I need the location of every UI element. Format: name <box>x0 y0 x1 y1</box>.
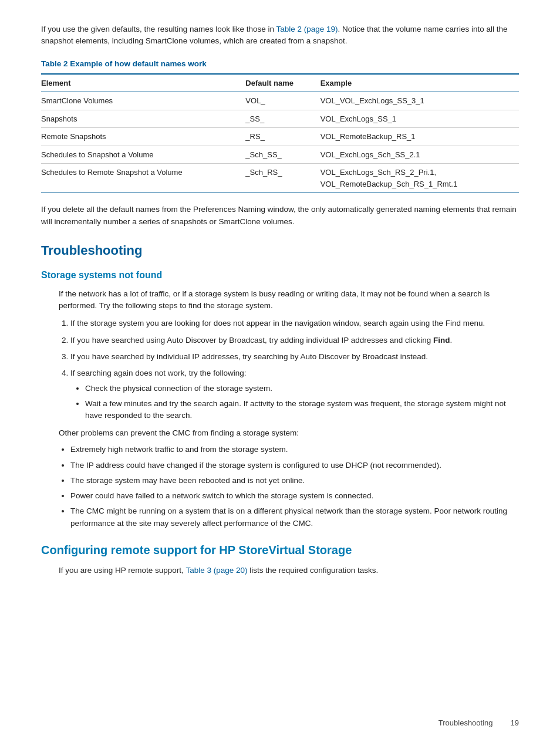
bullet-item: Extremely high network traffic to and fr… <box>70 444 519 455</box>
footer-page-number: 19 <box>511 717 519 729</box>
table-header-row: Element Default name Example <box>41 74 519 92</box>
intro-text-before: If you use the given defaults, the resul… <box>41 25 276 33</box>
remote-support-para: If you are using HP remote support, Tabl… <box>59 565 519 576</box>
nested-bullet-item: Check the physical connection of the sto… <box>85 383 519 394</box>
table-cell: SmartClone Volumes <box>41 92 245 110</box>
table-cell: _Sch_SS_ <box>245 146 320 164</box>
remote-support-text-before: If you are using HP remote support, <box>59 566 185 575</box>
nested-bullet-item: Wait a few minutes and try the search ag… <box>85 398 519 422</box>
table-cell: Snapshots <box>41 110 245 128</box>
page-footer: Troubleshooting 19 <box>438 717 519 729</box>
col-header-example: Example <box>321 74 519 92</box>
table-cell: VOL_ExchLogs_Sch_RS_2_Pri.1, VOL_RemoteB… <box>321 164 519 193</box>
table-cell: Schedules to Remote Snapshot a Volume <box>41 164 245 193</box>
table-cell: _Sch_RS_ <box>245 164 320 193</box>
table-body: SmartClone VolumesVOL_VOL_VOL_ExchLogs_S… <box>41 92 519 193</box>
table-row: Snapshots_SS_VOL_ExchLogs_SS_1 <box>41 110 519 128</box>
remote-support-content: If you are using HP remote support, Tabl… <box>59 565 519 576</box>
bullet-item: Power could have failed to a network swi… <box>70 490 519 502</box>
remote-support-text-after: lists the required configuration tasks. <box>247 566 378 575</box>
table-row: Schedules to Snapshot a Volume_Sch_SS_VO… <box>41 146 519 164</box>
troubleshooting-steps: If the storage system you are looking fo… <box>70 318 519 421</box>
footer-label: Troubleshooting <box>438 717 493 729</box>
bullet-item: The IP address could have changed if the… <box>70 460 519 471</box>
post-table-paragraph: If you delete all the default names from… <box>41 204 519 228</box>
table-row: Schedules to Remote Snapshot a Volume_Sc… <box>41 164 519 193</box>
other-problems-intro: Other problems can prevent the CMC from … <box>59 427 519 439</box>
step-4: If searching again does not work, try th… <box>70 367 519 421</box>
col-header-default-name: Default name <box>245 74 320 92</box>
remote-support-heading: Configuring remote support for HP StoreV… <box>41 541 519 559</box>
table-cell: _SS_ <box>245 110 320 128</box>
bullet-item: The CMC might be running on a system tha… <box>70 505 519 529</box>
step-1: If the storage system you are looking fo… <box>70 318 519 329</box>
table-cell: Schedules to Snapshot a Volume <box>41 146 245 164</box>
step-2: If you have searched using Auto Discover… <box>70 335 519 346</box>
table-caption: Table 2 Example of how default names wor… <box>41 58 519 70</box>
table-row: Remote Snapshots_RS_VOL_RemoteBackup_RS_… <box>41 128 519 146</box>
storage-not-found-heading: Storage systems not found <box>41 268 519 282</box>
table-cell: VOL_RemoteBackup_RS_1 <box>321 128 519 146</box>
troubleshooting-heading: Troubleshooting <box>41 241 519 260</box>
table-cell: VOL_ <box>245 92 320 110</box>
table-cell: Remote Snapshots <box>41 128 245 146</box>
table3-link[interactable]: Table 3 (page 20) <box>185 566 247 575</box>
step-3: If you have searched by individual IP ad… <box>70 351 519 363</box>
other-problems-bullets: Extremely high network traffic to and fr… <box>70 444 519 529</box>
table-cell: VOL_ExchLogs_SS_1 <box>321 110 519 128</box>
intro-paragraph: If you use the given defaults, the resul… <box>41 23 519 48</box>
bullet-item: The storage system may have been reboote… <box>70 475 519 487</box>
storage-not-found-intro: If the network has a lot of traffic, or … <box>59 288 519 312</box>
table-cell: VOL_VOL_ExchLogs_SS_3_1 <box>321 92 519 110</box>
table-cell: VOL_ExchLogs_Sch_SS_2.1 <box>321 146 519 164</box>
table-cell: _RS_ <box>245 128 320 146</box>
col-header-element: Element <box>41 74 245 92</box>
default-names-table: Element Default name Example SmartClone … <box>41 73 519 194</box>
table2-link[interactable]: Table 2 (page 19) <box>276 25 338 33</box>
storage-not-found-content: If the network has a lot of traffic, or … <box>59 288 519 421</box>
table-row: SmartClone VolumesVOL_VOL_VOL_ExchLogs_S… <box>41 92 519 110</box>
step4-bullets: Check the physical connection of the sto… <box>85 383 519 421</box>
